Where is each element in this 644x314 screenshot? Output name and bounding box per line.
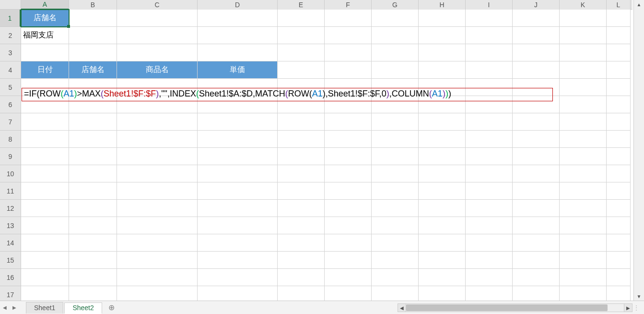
cell-L16[interactable] bbox=[607, 269, 631, 286]
cell-J10[interactable] bbox=[513, 165, 560, 182]
column-header-I[interactable]: I bbox=[466, 0, 513, 10]
row-header-8[interactable]: 8 bbox=[0, 131, 21, 148]
cell-G8[interactable] bbox=[372, 131, 419, 148]
column-header-B[interactable]: B bbox=[69, 0, 117, 10]
cell-J13[interactable] bbox=[513, 217, 560, 234]
cell-J5[interactable] bbox=[513, 79, 560, 96]
cell-I4[interactable] bbox=[466, 61, 513, 79]
cell-A13[interactable] bbox=[21, 217, 69, 234]
cell-F9[interactable] bbox=[325, 148, 372, 165]
cell-J2[interactable] bbox=[513, 27, 560, 44]
scroll-down-icon[interactable]: ▼ bbox=[635, 292, 644, 301]
row-header-16[interactable]: 16 bbox=[0, 269, 21, 286]
cell-I11[interactable] bbox=[466, 182, 513, 200]
tab-nav-prev-icon[interactable]: ▶ bbox=[10, 302, 19, 313]
cell-F15[interactable] bbox=[325, 252, 372, 269]
cell-K14[interactable] bbox=[560, 234, 607, 252]
cell-L4[interactable] bbox=[607, 61, 631, 79]
cell-G9[interactable] bbox=[372, 148, 419, 165]
cell-F12[interactable] bbox=[325, 200, 372, 217]
cell-B12[interactable] bbox=[69, 200, 117, 217]
cell-C14[interactable] bbox=[117, 234, 198, 252]
cell-E4[interactable] bbox=[278, 61, 325, 79]
add-sheet-button[interactable]: ⊕ bbox=[106, 302, 117, 314]
row-header-9[interactable]: 9 bbox=[0, 148, 21, 165]
cell-H13[interactable] bbox=[419, 217, 466, 234]
cell-G4[interactable] bbox=[372, 61, 419, 79]
cell-J15[interactable] bbox=[513, 252, 560, 269]
row-header-7[interactable]: 7 bbox=[0, 113, 21, 131]
row-header-10[interactable]: 10 bbox=[0, 165, 21, 182]
vertical-scrollbar[interactable]: ▲ ▼ bbox=[633, 0, 644, 301]
cell-E9[interactable] bbox=[278, 148, 325, 165]
cell-B7[interactable] bbox=[69, 113, 117, 131]
cell-H3[interactable] bbox=[419, 44, 466, 61]
cell-D14[interactable] bbox=[198, 234, 278, 252]
cell-D12[interactable] bbox=[198, 200, 278, 217]
cell-K2[interactable] bbox=[560, 27, 607, 44]
cell-G3[interactable] bbox=[372, 44, 419, 61]
cell-A4[interactable]: 日付 bbox=[21, 61, 69, 79]
cell-E3[interactable] bbox=[278, 44, 325, 61]
cell-I15[interactable] bbox=[466, 252, 513, 269]
cell-I6[interactable] bbox=[466, 96, 513, 113]
cell-E16[interactable] bbox=[278, 269, 325, 286]
cell-B3[interactable] bbox=[69, 44, 117, 61]
cell-D13[interactable] bbox=[198, 217, 278, 234]
scroll-left-icon[interactable]: ◀ bbox=[398, 303, 406, 312]
cell-C12[interactable] bbox=[117, 200, 198, 217]
column-header-A[interactable]: A bbox=[21, 0, 69, 10]
cell-A2[interactable]: 福岡支店 bbox=[21, 27, 69, 44]
column-header-L[interactable]: L bbox=[607, 0, 631, 10]
cell-D7[interactable] bbox=[198, 113, 278, 131]
cell-A14[interactable] bbox=[21, 234, 69, 252]
cell-A16[interactable] bbox=[21, 269, 69, 286]
cell-E11[interactable] bbox=[278, 182, 325, 200]
cell-H2[interactable] bbox=[419, 27, 466, 44]
row-header-6[interactable]: 6 bbox=[0, 96, 21, 113]
cell-G10[interactable] bbox=[372, 165, 419, 182]
cell-J14[interactable] bbox=[513, 234, 560, 252]
cell-E13[interactable] bbox=[278, 217, 325, 234]
cell-K15[interactable] bbox=[560, 252, 607, 269]
cell-D8[interactable] bbox=[198, 131, 278, 148]
cell-D2[interactable] bbox=[198, 27, 278, 44]
cell-I8[interactable] bbox=[466, 131, 513, 148]
cell-H14[interactable] bbox=[419, 234, 466, 252]
vscroll-track[interactable] bbox=[635, 9, 644, 292]
cell-E15[interactable] bbox=[278, 252, 325, 269]
cell-J16[interactable] bbox=[513, 269, 560, 286]
column-header-K[interactable]: K bbox=[560, 0, 607, 10]
cell-L15[interactable] bbox=[607, 252, 631, 269]
cell-G11[interactable] bbox=[372, 182, 419, 200]
cell-K6[interactable] bbox=[560, 96, 607, 113]
cell-J11[interactable] bbox=[513, 182, 560, 200]
cell-A15[interactable] bbox=[21, 252, 69, 269]
cell-L9[interactable] bbox=[607, 148, 631, 165]
cell-B11[interactable] bbox=[69, 182, 117, 200]
cell-F10[interactable] bbox=[325, 165, 372, 182]
cell-G15[interactable] bbox=[372, 252, 419, 269]
row-header-14[interactable]: 14 bbox=[0, 234, 21, 252]
cell-G16[interactable] bbox=[372, 269, 419, 286]
cell-J4[interactable] bbox=[513, 61, 560, 79]
cell-K12[interactable] bbox=[560, 200, 607, 217]
cell-A8[interactable] bbox=[21, 131, 69, 148]
cell-F7[interactable] bbox=[325, 113, 372, 131]
cell-F3[interactable] bbox=[325, 44, 372, 61]
cell-C16[interactable] bbox=[117, 269, 198, 286]
cell-K3[interactable] bbox=[560, 44, 607, 61]
column-header-C[interactable]: C bbox=[117, 0, 198, 10]
cell-C8[interactable] bbox=[117, 131, 198, 148]
cell-B10[interactable] bbox=[69, 165, 117, 182]
cell-D15[interactable] bbox=[198, 252, 278, 269]
tab-sheet1[interactable]: Sheet1 bbox=[26, 302, 63, 314]
column-header-D[interactable]: D bbox=[198, 0, 278, 10]
cell-A7[interactable] bbox=[21, 113, 69, 131]
cell-B16[interactable] bbox=[69, 269, 117, 286]
cell-A3[interactable] bbox=[21, 44, 69, 61]
scroll-up-icon[interactable]: ▲ bbox=[635, 0, 644, 9]
cell-G1[interactable] bbox=[372, 10, 419, 27]
cell-B2[interactable] bbox=[69, 27, 117, 44]
cell-G2[interactable] bbox=[372, 27, 419, 44]
